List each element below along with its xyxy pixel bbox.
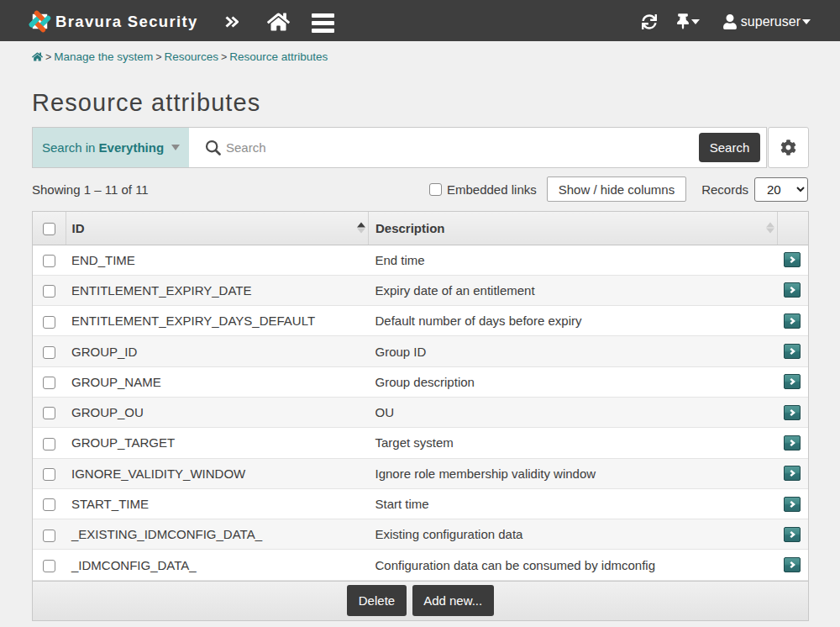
row-open-button[interactable] [784,282,801,298]
records-per-page-select[interactable]: 20 [754,177,808,202]
row-checkbox[interactable] [43,530,55,542]
breadcrumb-home-icon[interactable] [32,51,43,62]
row-checkbox[interactable] [43,498,55,511]
select-all-checkbox[interactable] [43,223,55,235]
search-button[interactable]: Search [699,133,760,162]
row-action-cell [777,397,808,427]
row-checkbox[interactable] [43,438,55,450]
delete-button[interactable]: Delete [347,585,406,616]
column-header-description[interactable]: Description [368,212,777,245]
row-checkbox[interactable] [43,407,55,419]
row-description-cell: End time [368,245,777,275]
row-checkbox[interactable] [43,346,55,359]
row-checkbox[interactable] [43,560,55,572]
row-checkbox[interactable] [43,468,55,481]
row-open-button[interactable] [784,314,801,329]
row-open-button[interactable] [784,405,801,420]
row-select-cell [33,245,66,275]
row-select-cell [33,306,66,336]
row-open-button[interactable] [784,435,801,450]
row-open-button[interactable] [784,527,801,542]
row-open-button[interactable] [784,252,801,267]
table-row: GROUP_TARGETTarget system [33,428,808,458]
table-row: START_TIMEStart time [33,488,808,519]
row-description-cell: OU [368,397,777,427]
select-all-header-cell [33,212,66,245]
caret-down-icon [802,19,811,24]
hamburger-bar [312,21,334,25]
brand[interactable]: Bravura Security [29,10,198,33]
search-input[interactable] [226,140,699,155]
breadcrumb-separator: > [155,51,161,63]
refresh-icon[interactable] [642,14,657,29]
table-row: ENTITLEMENT_EXPIRY_DATEExpiry date of an… [33,275,808,305]
column-header-id[interactable]: ID [66,212,368,245]
row-select-cell [33,550,66,580]
row-id-cell: ENTITLEMENT_EXPIRY_DATE [66,275,368,305]
row-id-cell: GROUP_ID [66,336,368,366]
nav-home-icon[interactable] [267,12,290,32]
breadcrumb-link-resources[interactable]: Resources [164,50,218,63]
row-select-cell [33,519,66,550]
row-open-button[interactable] [784,374,801,389]
data-table: ID Description END_TIMEEnd timeENTITLEME… [33,212,808,581]
table-row: IGNORE_VALIDITY_WINDOWIgnore role member… [33,458,808,488]
row-checkbox[interactable] [43,255,55,267]
page-title: Resource attributes [32,88,840,117]
search-icon [204,139,223,157]
breadcrumb-separator: > [45,51,51,63]
list-controls: Showing 1 – 11 of 11 Embedded links Show… [32,177,808,202]
row-id-cell: START_TIME [66,488,368,519]
row-select-cell [33,366,66,397]
row-open-button[interactable] [784,557,801,572]
search-panel: Search in Everything Search [32,127,767,168]
user-icon [723,14,737,29]
row-select-cell [33,397,66,427]
settings-gear-button[interactable] [768,127,809,168]
row-checkbox[interactable] [43,316,55,329]
row-id-cell: GROUP_NAME [66,366,368,397]
gear-icon [780,140,796,155]
embedded-links-option: Embedded links [429,182,537,197]
column-label-id: ID [72,221,85,235]
top-navbar: Bravura Security superuser [0,0,840,41]
sort-asc-icon [766,223,774,228]
row-select-cell [33,488,66,519]
row-description-cell: Existing configuration data [368,519,777,550]
hamburger-menu-icon[interactable] [312,13,334,33]
column-label-description: Description [375,221,445,235]
sort-icons-id[interactable] [357,223,365,234]
row-description-cell: Ignore role membership validity window [368,458,777,488]
breadcrumb-link-manage[interactable]: Manage the system [54,50,153,63]
table-row: _IDMCONFIG_DATA_Configuration data can b… [33,550,808,580]
row-checkbox[interactable] [43,285,55,298]
row-description-cell: Configuration data can be consumed by id… [368,550,777,580]
show-hide-columns-button[interactable]: Show / hide columns [547,177,686,202]
row-open-button[interactable] [784,466,801,481]
breadcrumb-link-current[interactable]: Resource attributes [229,50,328,63]
row-open-button[interactable] [784,497,801,512]
row-select-cell [33,275,66,305]
user-menu[interactable]: superuser [723,14,811,29]
row-id-cell: _IDMCONFIG_DATA_ [66,550,368,580]
row-description-cell: Default number of days before expiry [368,306,777,336]
pin-menu[interactable] [677,13,700,30]
collapse-menu-icon[interactable] [225,16,239,28]
thumbtack-icon [677,13,689,30]
table-footer: Delete Add new... [33,581,808,620]
sort-desc-icon [766,229,774,234]
row-id-cell: GROUP_OU [66,397,368,427]
row-action-cell [777,488,808,519]
row-action-cell [777,458,808,488]
sort-icons-description[interactable] [766,223,774,234]
embedded-links-checkbox[interactable] [429,183,442,196]
add-new-button[interactable]: Add new... [412,585,494,616]
table-row: ENTITLEMENT_EXPIRY_DAYS_DEFAULTDefault n… [33,306,808,336]
row-id-cell: IGNORE_VALIDITY_WINDOW [66,458,368,488]
row-checkbox[interactable] [43,377,55,389]
breadcrumb-separator: > [221,51,227,63]
search-scope-dropdown[interactable]: Search in Everything [33,128,189,167]
caret-down-icon [691,19,700,24]
row-open-button[interactable] [784,344,801,359]
search-scope-value: Everything [99,140,165,155]
